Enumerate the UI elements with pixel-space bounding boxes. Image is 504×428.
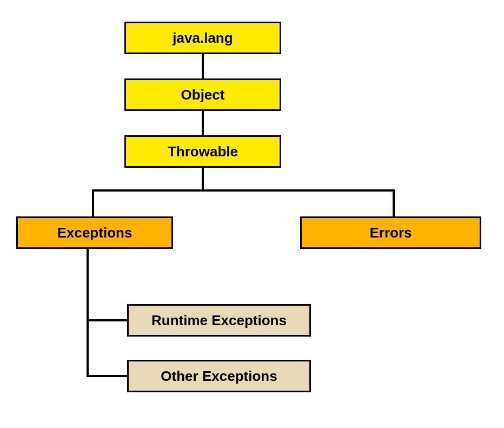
connector-to-runtime bbox=[87, 319, 127, 321]
node-runtime-exceptions: Runtime Exceptions bbox=[127, 304, 311, 337]
connector-throwable-down bbox=[202, 168, 204, 189]
node-errors: Errors bbox=[300, 216, 481, 249]
connector-object-throwable bbox=[202, 111, 204, 135]
label-exceptions: Exceptions bbox=[57, 225, 132, 241]
connector-exceptions-vertical bbox=[87, 249, 89, 376]
label-runtime: Runtime Exceptions bbox=[151, 312, 287, 329]
label-errors: Errors bbox=[369, 225, 412, 241]
label-javalang: java.lang bbox=[173, 30, 233, 47]
connector-to-exceptions bbox=[92, 189, 94, 216]
node-other-exceptions: Other Exceptions bbox=[127, 360, 311, 392]
connector-split-horizontal bbox=[92, 189, 395, 192]
connector-javalang-object bbox=[202, 54, 204, 78]
node-exceptions: Exceptions bbox=[16, 216, 173, 249]
label-object: Object bbox=[181, 87, 225, 103]
label-throwable: Throwable bbox=[168, 143, 238, 160]
node-throwable: Throwable bbox=[124, 135, 281, 168]
node-javalang: java.lang bbox=[124, 22, 281, 54]
label-other: Other Exceptions bbox=[161, 368, 277, 385]
connector-to-errors bbox=[393, 189, 395, 216]
node-object: Object bbox=[124, 78, 281, 111]
connector-to-other bbox=[87, 375, 127, 377]
